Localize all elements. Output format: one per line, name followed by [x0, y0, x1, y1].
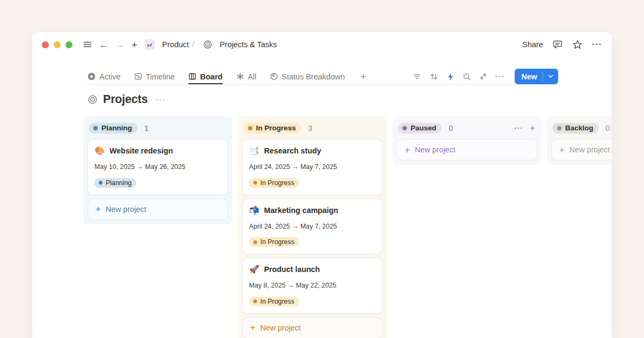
- new-project-button[interactable]: + New project: [87, 199, 228, 220]
- target-icon: [203, 40, 213, 49]
- mailbox-emoji-icon: 📬: [249, 205, 259, 215]
- comments-icon[interactable]: [552, 39, 563, 50]
- tab-active[interactable]: Active: [87, 69, 121, 84]
- status-label: Planning: [106, 179, 131, 187]
- share-button[interactable]: Share: [522, 40, 543, 49]
- column-menu-icon[interactable]: ···: [514, 124, 523, 133]
- card-website-redesign[interactable]: 🎨 Website redesign May 10, 2025 → May 26…: [87, 139, 228, 195]
- new-project-label: New project: [415, 145, 456, 154]
- zoom-window-button[interactable]: [65, 41, 72, 48]
- filter-icon[interactable]: [413, 72, 421, 81]
- card-title: Website redesign: [109, 146, 173, 155]
- column-header: Backlog 0: [552, 122, 612, 134]
- card-product-launch[interactable]: 🚀 Product launch May 8, 2025 → May 22, 2…: [242, 258, 383, 314]
- traffic-lights: [42, 41, 72, 48]
- status-label: In Progress: [256, 124, 296, 132]
- rocket-emoji-icon: 🚀: [249, 264, 259, 274]
- status-dot: [248, 126, 252, 130]
- card-dates: May 8, 2025 → May 22, 2025: [249, 282, 376, 289]
- status-dot: [557, 126, 561, 130]
- topbar: ← → + Product / Projects & Tasks Share ·…: [32, 32, 612, 57]
- new-page-icon[interactable]: +: [131, 40, 137, 50]
- column-header: Planning 1: [89, 122, 226, 134]
- status-dot: [253, 181, 257, 185]
- status-badge-in-progress: In Progress: [249, 178, 299, 188]
- new-button[interactable]: New: [515, 69, 558, 84]
- view-tab-bar: Active Timeline Board All: [83, 69, 558, 85]
- column-header: Paused 0 ··· +: [398, 122, 535, 134]
- app-window: ← → + Product / Projects & Tasks Share ·…: [32, 32, 612, 338]
- new-project-label: New project: [569, 145, 610, 154]
- status-dot: [253, 240, 257, 244]
- tab-all[interactable]: All: [236, 69, 257, 84]
- forward-arrow-icon[interactable]: →: [115, 40, 125, 49]
- status-label: In Progress: [260, 238, 294, 246]
- active-view-icon: [87, 72, 96, 80]
- kanban-board: Planning 1 🎨 Website redesign May 10, 20…: [83, 116, 612, 338]
- favorite-star-icon[interactable]: [572, 39, 583, 50]
- card-research-study[interactable]: 📑 Research study April 24, 2025 → May 7,…: [242, 139, 383, 195]
- tab-label: Board: [200, 72, 223, 81]
- sidebar-menu-icon[interactable]: [83, 40, 92, 49]
- topbar-right: Share ···: [522, 39, 602, 50]
- all-view-icon: [236, 72, 244, 80]
- status-breakdown-view-icon: [270, 72, 278, 80]
- status-badge-backlog[interactable]: Backlog: [552, 123, 599, 134]
- new-project-button[interactable]: + New project: [397, 139, 537, 160]
- status-badge-planning[interactable]: Planning: [89, 123, 137, 134]
- topbar-left: ← → + Product / Projects & Tasks: [42, 39, 277, 50]
- chevron-down-icon[interactable]: [543, 72, 558, 81]
- column-planning: Planning 1 🎨 Website redesign May 10, 20…: [83, 116, 232, 224]
- column-count: 0: [606, 124, 610, 133]
- card-title-row: 🚀 Product launch: [249, 264, 376, 274]
- tab-timeline[interactable]: Timeline: [134, 69, 175, 84]
- tab-label: Active: [99, 72, 121, 81]
- more-options-icon[interactable]: ···: [592, 40, 602, 49]
- page-title-row: Projects ···: [83, 93, 165, 106]
- card-title: Marketing campaign: [264, 206, 338, 215]
- minimize-window-button[interactable]: [54, 41, 61, 48]
- status-label: Paused: [411, 124, 436, 132]
- column-count: 0: [449, 124, 453, 133]
- view-options-icon[interactable]: ···: [495, 72, 505, 81]
- new-project-button[interactable]: + New project: [551, 139, 612, 160]
- new-project-label: New project: [260, 324, 301, 332]
- tab-label: All: [248, 72, 257, 81]
- card-marketing-campaign[interactable]: 📬 Marketing campaign April 24, 2025 → Ma…: [242, 199, 383, 255]
- status-badge-in-progress: In Progress: [249, 297, 299, 306]
- column-paused: Paused 0 ··· + + New project: [392, 116, 541, 165]
- bookmark-tabs-emoji-icon: 📑: [249, 146, 259, 156]
- status-label: In Progress: [260, 179, 294, 187]
- new-button-label[interactable]: New: [515, 72, 543, 81]
- card-list: 📑 Research study April 24, 2025 → May 7,…: [242, 139, 383, 314]
- status-dot: [402, 126, 407, 130]
- status-dot: [99, 181, 103, 185]
- new-project-button[interactable]: + New project: [242, 317, 383, 338]
- tab-board[interactable]: Board: [188, 69, 223, 84]
- card-title: Product launch: [264, 265, 320, 274]
- automations-bolt-icon[interactable]: [447, 72, 455, 81]
- breadcrumb-separator: /: [192, 40, 194, 49]
- back-arrow-icon[interactable]: ←: [99, 40, 108, 49]
- new-project-label: New project: [106, 205, 147, 214]
- tab-status-breakdown[interactable]: Status Breakdown: [270, 69, 345, 84]
- column-count: 1: [144, 124, 149, 133]
- status-label: Planning: [101, 124, 132, 132]
- card-title-row: 📬 Marketing campaign: [249, 205, 376, 215]
- page-title-menu-icon[interactable]: ···: [156, 95, 165, 104]
- sort-icon[interactable]: [429, 72, 438, 81]
- expand-icon[interactable]: [479, 72, 487, 80]
- status-dot: [93, 126, 98, 130]
- search-icon[interactable]: [463, 72, 471, 81]
- workspace-icon[interactable]: [144, 39, 155, 50]
- plus-icon: +: [559, 145, 565, 155]
- close-window-button[interactable]: [42, 41, 49, 48]
- tab-label: Timeline: [146, 72, 175, 81]
- breadcrumb-page[interactable]: Projects & Tasks: [219, 40, 277, 49]
- status-badge-paused[interactable]: Paused: [398, 123, 442, 134]
- add-view-icon[interactable]: +: [360, 69, 366, 84]
- status-badge-in-progress[interactable]: In Progress: [243, 123, 301, 134]
- column-add-icon[interactable]: +: [530, 123, 535, 133]
- card-list: 🎨 Website redesign May 10, 2025 → May 26…: [87, 139, 228, 195]
- breadcrumb-workspace[interactable]: Product: [162, 40, 189, 49]
